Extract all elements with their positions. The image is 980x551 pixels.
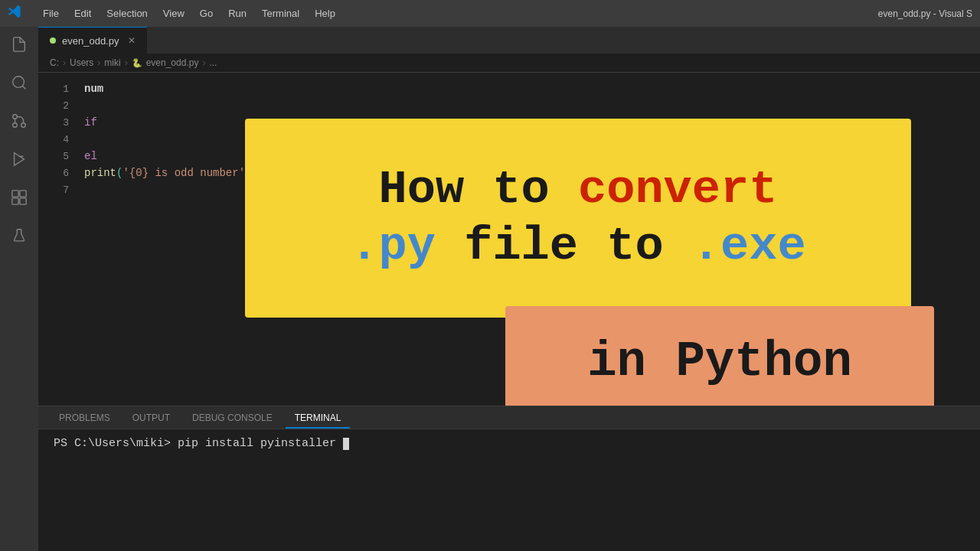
py-text: .py <box>350 219 436 273</box>
terminal-tabs-bar: PROBLEMS OUTPUT DEBUG CONSOLE TERMINAL <box>38 406 980 429</box>
terminal-content[interactable]: PS C:\Users\miki> pip install pyinstalle… <box>38 429 980 551</box>
svg-point-0 <box>13 77 24 88</box>
svg-line-1 <box>22 86 25 89</box>
menu-run[interactable]: Run <box>222 5 253 22</box>
subtitle-text: in Python <box>587 334 852 390</box>
breadcrumb-c: C: <box>50 57 59 68</box>
code-line-5: 5 el <box>38 148 980 165</box>
svg-rect-11 <box>20 198 26 204</box>
search-icon[interactable] <box>8 71 31 94</box>
run-debug-icon[interactable] <box>8 148 31 171</box>
tab-label: even_odd.py <box>62 35 119 47</box>
breadcrumb-users: Users <box>70 57 93 68</box>
tab-close-button[interactable]: ✕ <box>128 35 136 46</box>
vscode-logo <box>8 5 21 22</box>
window-title: even_odd.py - Visual S <box>878 8 972 19</box>
menu-go[interactable]: Go <box>194 5 219 22</box>
terminal-command: pip install pyinstaller <box>178 437 336 450</box>
code-line-1: 1 num <box>38 80 980 97</box>
tab-terminal[interactable]: TERMINAL <box>286 409 351 429</box>
tabs-bar: even_odd.py ✕ <box>38 27 980 54</box>
svg-rect-9 <box>20 191 26 197</box>
tab-problems[interactable]: PROBLEMS <box>50 409 119 429</box>
code-editor[interactable]: 1 num 2 3 if 4 5 el 6 print('{0} is <box>38 73 980 406</box>
breadcrumb-dots: ... <box>209 57 217 68</box>
titlebar: File Edit Selection View Go Run Terminal… <box>0 0 980 27</box>
code-line-7: 7 <box>38 181 980 198</box>
exe-text: .exe <box>692 219 806 273</box>
code-line-4: 4 <box>38 131 980 148</box>
extensions-icon[interactable] <box>8 186 31 209</box>
svg-point-2 <box>21 123 26 128</box>
menu-file[interactable]: File <box>37 5 65 22</box>
menu-view[interactable]: View <box>157 5 191 22</box>
breadcrumb: C: › Users › miki › 🐍 even_odd.py › ... <box>38 54 980 73</box>
code-line-6: 6 print('{0} is odd number'.format(numbe… <box>38 165 980 181</box>
tab-debug-console[interactable]: DEBUG CONSOLE <box>183 409 282 429</box>
svg-point-3 <box>13 115 18 119</box>
breadcrumb-file: even_odd.py <box>146 57 199 68</box>
tab-even-odd[interactable]: even_odd.py ✕ <box>38 27 147 54</box>
menu-bar: File Edit Selection View Go Run Terminal… <box>37 5 972 22</box>
source-control-icon[interactable] <box>8 109 31 132</box>
menu-help[interactable]: Help <box>309 5 341 22</box>
main-layout: even_odd.py ✕ C: › Users › miki › 🐍 even… <box>0 27 980 551</box>
menu-edit[interactable]: Edit <box>68 5 97 22</box>
flask-icon[interactable] <box>8 224 31 247</box>
file-type-dot <box>50 37 56 44</box>
svg-rect-10 <box>12 198 18 204</box>
terminal-panel: PROBLEMS OUTPUT DEBUG CONSOLE TERMINAL P… <box>38 406 980 551</box>
orange-subtitle-box: in Python <box>505 306 934 406</box>
svg-rect-8 <box>12 191 18 197</box>
menu-selection[interactable]: Selection <box>100 5 153 22</box>
code-line-3: 3 if <box>38 114 980 131</box>
breadcrumb-miki: miki <box>104 57 120 68</box>
menu-terminal[interactable]: Terminal <box>256 5 305 22</box>
svg-point-4 <box>13 123 18 128</box>
terminal-cursor <box>343 438 349 450</box>
files-icon[interactable] <box>8 33 31 56</box>
code-line-2: 2 <box>38 97 980 114</box>
activity-bar <box>0 27 38 551</box>
tab-output[interactable]: OUTPUT <box>123 409 179 429</box>
svg-marker-6 <box>15 153 24 166</box>
editor-area: even_odd.py ✕ C: › Users › miki › 🐍 even… <box>38 27 980 551</box>
terminal-prompt: PS C:\Users\miki> <box>54 437 171 450</box>
